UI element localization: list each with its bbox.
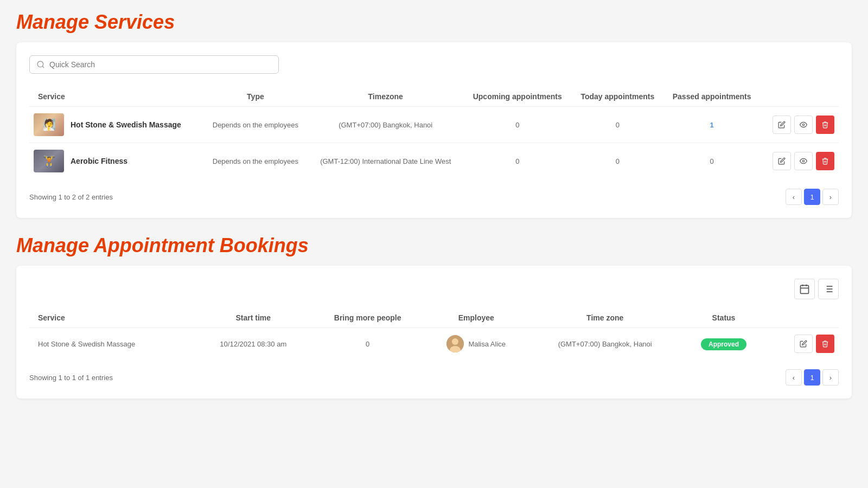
bookings-prev-btn[interactable]: ‹ <box>786 369 802 386</box>
services-showing: Showing 1 to 2 of 2 entries <box>29 193 113 201</box>
bcol-bringmore: Bring more people <box>310 308 425 328</box>
booking-status: Approved <box>682 328 764 360</box>
service-cell: 🧖 Hot Stone & Swedish Massage <box>29 107 203 143</box>
bookings-next-btn[interactable]: › <box>822 369 839 386</box>
passed-cell: 1 <box>663 107 761 143</box>
service-timezone: (GMT-12:00) International Date Line West <box>308 143 463 179</box>
avatar <box>446 335 464 352</box>
passed-cell: 0 <box>663 143 761 179</box>
booking-start-time: 10/12/2021 08:30 am <box>196 328 310 360</box>
svg-point-0 <box>37 61 43 67</box>
svg-point-15 <box>452 338 458 345</box>
booking-edit-button[interactable] <box>794 335 813 353</box>
service-name: Aerobic Fitness <box>71 157 127 165</box>
edit-button[interactable] <box>773 152 791 170</box>
booking-employee: Malisa Alice <box>425 328 527 360</box>
col-passed: Passed appointments <box>663 87 761 107</box>
search-input[interactable] <box>49 60 272 69</box>
booking-bring-more: 0 <box>310 328 425 360</box>
edit-icon <box>778 121 786 129</box>
calendar-icon <box>799 284 810 294</box>
edit-button[interactable] <box>773 115 791 134</box>
services-prev-btn[interactable]: ‹ <box>786 189 802 205</box>
manage-services-card: Service Type Timezone Upcoming appointme… <box>16 42 852 218</box>
services-pagination: ‹ 1 › <box>786 189 839 205</box>
bcol-employee: Employee <box>425 308 527 328</box>
service-thumbnail: 🏋 <box>34 150 64 172</box>
employee-name: Malisa Alice <box>468 340 506 348</box>
passed-count: 0 <box>710 157 713 165</box>
col-service: Service <box>29 87 203 107</box>
col-actions <box>760 87 839 107</box>
edit-icon <box>800 340 807 348</box>
col-type: Type <box>203 87 308 107</box>
list-icon <box>823 284 834 294</box>
services-table: Service Type Timezone Upcoming appointme… <box>29 87 839 179</box>
today-count: 0 <box>572 107 663 143</box>
view-button[interactable] <box>794 115 813 134</box>
table-row: Hot Stone & Swedish Massage 10/12/2021 0… <box>29 328 839 360</box>
bookings-pagination-row: Showing 1 to 1 of 1 entries ‹ 1 › <box>29 369 839 386</box>
svg-point-3 <box>802 160 805 162</box>
trash-icon <box>821 340 829 348</box>
service-thumbnail: 🧖 <box>34 113 64 136</box>
svg-point-2 <box>802 124 805 126</box>
bcol-actions <box>765 308 839 328</box>
action-cell <box>760 107 839 143</box>
col-upcoming: Upcoming appointments <box>463 87 572 107</box>
manage-bookings-card: Service Start time Bring more people Emp… <box>16 266 852 399</box>
svg-rect-4 <box>801 285 809 293</box>
search-box <box>29 55 279 74</box>
delete-button[interactable] <box>816 152 834 170</box>
calendar-view-btn[interactable] <box>794 279 815 299</box>
trash-icon <box>821 121 829 129</box>
bookings-showing: Showing 1 to 1 of 1 entries <box>29 374 113 382</box>
table-row: 🏋 Aerobic Fitness Depends on the employe… <box>29 143 839 179</box>
service-type: Depends on the employees <box>203 107 308 143</box>
list-view-btn[interactable] <box>818 279 839 299</box>
bookings-page-1-btn[interactable]: 1 <box>804 369 820 386</box>
service-timezone: (GMT+07:00) Bangkok, Hanoi <box>308 107 463 143</box>
booking-delete-button[interactable] <box>816 335 834 353</box>
trash-icon <box>821 157 829 165</box>
delete-button[interactable] <box>816 115 834 134</box>
upcoming-count: 0 <box>463 107 572 143</box>
service-name: Hot Stone & Swedish Massage <box>71 120 181 129</box>
edit-icon <box>778 157 786 165</box>
booking-service: Hot Stone & Swedish Massage <box>29 328 196 360</box>
today-count: 0 <box>572 143 663 179</box>
svg-line-1 <box>42 66 44 68</box>
bookings-toolbar <box>29 279 839 299</box>
col-today: Today appointments <box>572 87 663 107</box>
bcol-starttime: Start time <box>196 308 310 328</box>
services-pagination-row: Showing 1 to 2 of 2 entries ‹ 1 › <box>29 189 839 205</box>
bcol-status: Status <box>682 308 764 328</box>
action-cell <box>760 143 839 179</box>
status-badge: Approved <box>701 338 746 350</box>
search-icon <box>36 60 45 69</box>
eye-icon <box>800 121 807 129</box>
booking-timezone: (GMT+07:00) Bangkok, Hanoi <box>527 328 682 360</box>
view-button[interactable] <box>794 152 813 170</box>
table-row: 🧖 Hot Stone & Swedish Massage Depends on… <box>29 107 839 143</box>
manage-services-title: Manage Services <box>16 11 852 34</box>
service-type: Depends on the employees <box>203 143 308 179</box>
booking-action-cell <box>765 328 839 360</box>
col-timezone: Timezone <box>308 87 463 107</box>
service-cell: 🏋 Aerobic Fitness <box>29 143 203 179</box>
passed-count: 1 <box>710 121 713 129</box>
bookings-table: Service Start time Bring more people Emp… <box>29 308 839 359</box>
manage-bookings-title: Manage Appointment Bookings <box>16 234 852 257</box>
services-page-1-btn[interactable]: 1 <box>804 189 820 205</box>
bcol-service: Service <box>29 308 196 328</box>
bookings-pagination: ‹ 1 › <box>786 369 839 386</box>
eye-icon <box>800 157 807 165</box>
upcoming-count: 0 <box>463 143 572 179</box>
avatar-image <box>446 335 464 352</box>
bcol-timezone: Time zone <box>527 308 682 328</box>
services-next-btn[interactable]: › <box>822 189 839 205</box>
